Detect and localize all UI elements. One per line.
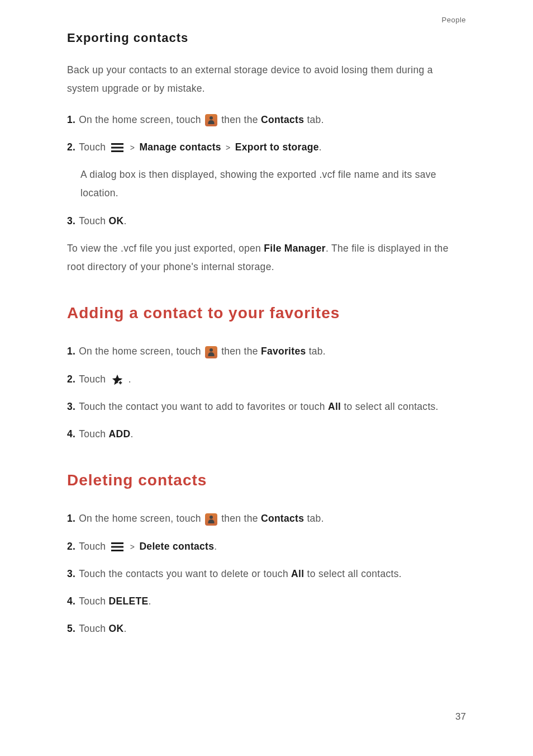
- step-content: Touch the contacts you want to delete or…: [79, 565, 466, 583]
- text-fragment: Touch: [79, 141, 108, 153]
- bold-label: Export to storage: [235, 141, 319, 153]
- exporting-intro-text: Back up your contacts to an external sto…: [67, 61, 466, 98]
- deleting-contacts-heading: Deleting contacts: [67, 471, 466, 489]
- text-fragment: .: [130, 428, 133, 440]
- step-number: 5.: [67, 620, 75, 638]
- exporting-contacts-heading: Exporting contacts: [67, 31, 466, 45]
- exporting-step-2-detail: A dialog box is then displayed, showing …: [80, 166, 466, 203]
- text-fragment: then the: [221, 114, 261, 125]
- step-number: 3.: [67, 565, 75, 583]
- text-fragment: tab.: [309, 346, 326, 357]
- text-fragment: Touch: [79, 623, 108, 634]
- text-fragment: To view the .vcf file you just exported,…: [67, 243, 264, 254]
- bold-label: All: [291, 568, 304, 579]
- step-content: Touch .: [79, 370, 466, 389]
- adding-step-4: 4. Touch ADD.: [67, 425, 466, 443]
- bold-label: File Manager: [264, 243, 326, 254]
- step-number: 2.: [67, 138, 75, 157]
- step-content: Touch DELETE.: [79, 592, 466, 611]
- exporting-post-text: To view the .vcf file you just exported,…: [67, 239, 466, 277]
- step-content: Touch the contact you want to add to fav…: [79, 398, 466, 416]
- text-fragment: Touch: [79, 541, 108, 552]
- text-fragment: .: [129, 374, 131, 385]
- breadcrumb-separator: >: [226, 143, 230, 152]
- exporting-step-2: 2. Touch > Manage contacts > Export to s…: [67, 138, 466, 157]
- adding-step-2: 2. Touch .: [67, 370, 466, 389]
- contacts-app-icon: [205, 114, 217, 126]
- text-fragment: .: [319, 141, 322, 153]
- step-number: 3.: [67, 212, 75, 230]
- text-fragment: On the home screen, touch: [79, 346, 204, 357]
- bold-label: Contacts: [261, 513, 304, 524]
- step-number: 2.: [67, 537, 75, 556]
- adding-step-3: 3. Touch the contact you want to add to …: [67, 398, 466, 416]
- text-fragment: On the home screen, touch: [79, 114, 204, 125]
- exporting-step-3: 3. Touch OK.: [67, 212, 466, 230]
- bold-label: OK: [109, 215, 124, 226]
- step-number: 2.: [67, 370, 75, 389]
- breadcrumb-separator: >: [130, 542, 135, 551]
- text-fragment: Touch the contacts you want to delete or…: [79, 568, 291, 579]
- bold-label: Delete contacts: [139, 541, 214, 552]
- star-add-icon: [111, 374, 123, 386]
- text-fragment: Touch: [79, 374, 108, 385]
- text-fragment: to select all contacts.: [304, 568, 402, 579]
- step-number: 1.: [67, 509, 75, 528]
- header-chapter-label: People: [67, 16, 466, 24]
- step-number: 3.: [67, 398, 75, 416]
- step-content: Touch OK.: [79, 620, 466, 638]
- adding-favorites-heading: Adding a contact to your favorites: [67, 304, 466, 322]
- text-fragment: then the: [221, 346, 261, 357]
- bold-label: DELETE: [109, 596, 149, 607]
- text-fragment: Touch: [79, 428, 108, 440]
- contacts-app-icon: [205, 513, 217, 526]
- step-number: 1.: [67, 342, 75, 361]
- text-fragment: tab.: [307, 513, 323, 524]
- text-fragment: Touch: [79, 596, 108, 607]
- menu-icon: [111, 143, 123, 152]
- step-content: Touch ADD.: [79, 425, 466, 443]
- step-content: On the home screen, touch then the Conta…: [79, 509, 466, 528]
- bold-label: Manage contacts: [139, 141, 221, 153]
- text-fragment: to select all contacts.: [341, 401, 439, 412]
- text-fragment: Touch the contact you want to add to fav…: [79, 401, 328, 412]
- text-fragment: .: [148, 596, 151, 607]
- contacts-app-icon: [205, 346, 217, 358]
- text-fragment: tab.: [307, 114, 323, 125]
- bold-label: Contacts: [261, 114, 304, 125]
- adding-step-1: 1. On the home screen, touch then the Fa…: [67, 342, 466, 361]
- deleting-step-3: 3. Touch the contacts you want to delete…: [67, 565, 466, 583]
- text-fragment: On the home screen, touch: [79, 513, 204, 524]
- breadcrumb-separator: >: [130, 143, 135, 152]
- menu-icon: [111, 542, 123, 551]
- bold-label: OK: [109, 623, 124, 634]
- step-content: On the home screen, touch then the Conta…: [79, 111, 466, 129]
- step-number: 4.: [67, 592, 75, 611]
- text-fragment: .: [123, 215, 126, 226]
- bold-label: ADD: [109, 428, 131, 440]
- exporting-step-1: 1. On the home screen, touch then the Co…: [67, 111, 466, 129]
- text-fragment: then the: [221, 513, 261, 524]
- deleting-step-5: 5. Touch OK.: [67, 620, 466, 638]
- bold-label: All: [328, 401, 341, 412]
- step-content: Touch OK.: [79, 212, 466, 230]
- deleting-step-2: 2. Touch > Delete contacts.: [67, 537, 466, 556]
- step-content: Touch > Delete contacts.: [79, 537, 466, 556]
- step-number: 4.: [67, 425, 75, 443]
- step-number: 1.: [67, 111, 75, 129]
- deleting-step-1: 1. On the home screen, touch then the Co…: [67, 509, 466, 528]
- step-content: Touch > Manage contacts > Export to stor…: [79, 138, 466, 157]
- bold-label: Favorites: [261, 346, 306, 357]
- text-fragment: Touch: [79, 215, 108, 226]
- text-fragment: .: [214, 541, 217, 552]
- text-fragment: .: [123, 623, 126, 634]
- step-content: On the home screen, touch then the Favor…: [79, 342, 466, 361]
- page-number: 37: [455, 711, 466, 722]
- deleting-step-4: 4. Touch DELETE.: [67, 592, 466, 611]
